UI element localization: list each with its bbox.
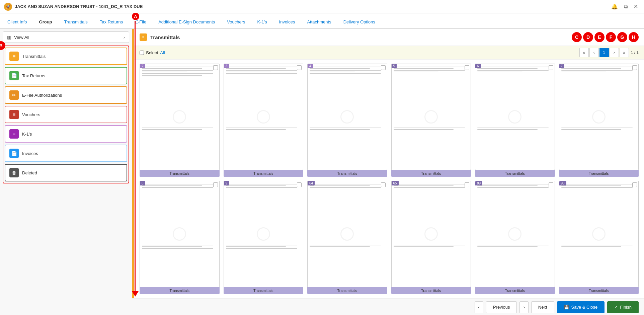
page-last-btn[interactable]: » [620,48,629,57]
page-prev-btn[interactable]: ‹ [589,48,599,57]
annotation-f[interactable]: F [606,32,616,42]
tab-delivery-options[interactable]: Delivery Options [337,16,381,29]
sidebar-item-efile[interactable]: ✏ E-File Authorizations [5,86,127,104]
vouchers-icon: ≡ [9,110,19,119]
tab-vouchers[interactable]: Vouchers [221,16,251,29]
doc-checkbox-2[interactable] [213,65,218,70]
doc-card-6[interactable]: 6 Transmittals [475,64,555,177]
doc-thumb-65: 65 [391,181,471,287]
doc-lines-3b [224,125,303,170]
save-close-btn[interactable]: 💾 Save & Close [557,301,605,313]
doc-lines-89 [475,181,555,226]
transmittals-section-title: Transmittals [150,34,572,40]
doc-label-7: Transmittals [559,170,639,177]
doc-card-4[interactable]: 4 Transmittals [307,64,387,177]
doc-checkbox-64[interactable] [381,182,386,187]
doc-stamp-8 [173,227,186,241]
app-icon: 🚀 [4,3,12,11]
sidebar-item-tax-returns[interactable]: 📄 Tax Returns [5,67,127,84]
doc-thumb-8: 8 [140,181,220,287]
finish-btn[interactable]: ✓ Finish [607,301,639,313]
close-icon[interactable]: ✕ [632,3,640,10]
doc-lines-2 [140,64,219,109]
doc-checkbox-89[interactable] [549,182,553,187]
doc-card-2[interactable]: 2 [140,64,220,177]
tax-returns-label: Tax Returns [22,73,45,78]
transmittals-section-icon: ≡ [140,33,147,41]
transmittals-section-header: ≡ Transmittals C D E F G H [134,29,644,46]
doc-card-65[interactable]: 65 Transmittals [391,181,471,294]
page-next-btn[interactable]: › [610,48,619,57]
sidebar-item-invoices[interactable]: 📄 Invoices [5,145,127,162]
nav-next-arrow-btn[interactable]: › [519,301,528,313]
doc-label-90: Transmittals [559,287,639,294]
doc-label-5: Transmittals [391,170,471,177]
doc-number-64: 64 [308,181,315,185]
deleted-icon: 🗑 [9,168,19,177]
doc-lines-65 [392,181,471,226]
invoices-icon: 📄 [9,149,19,158]
annotation-d[interactable]: D [583,32,593,42]
restore-icon[interactable]: ⧉ [622,3,630,10]
annotation-g[interactable]: G [617,32,627,42]
doc-card-5[interactable]: 5 Transmittals [391,64,471,177]
doc-number-2: 2 [140,64,145,68]
doc-checkbox-6[interactable] [549,65,553,70]
page-first-btn[interactable]: « [579,48,589,57]
view-all-button[interactable]: ▦ View All › [3,31,129,43]
doc-checkbox-5[interactable] [465,65,469,70]
tab-client-info[interactable]: Client Info [1,16,33,29]
sidebar-item-deleted[interactable]: 🗑 Deleted [5,164,127,181]
doc-card-89[interactable]: 89 Transmittals [475,181,555,294]
doc-stamp-5 [424,110,438,124]
chevron-right-icon: › [124,35,125,40]
sidebar-item-transmittals[interactable]: ≡ Transmittals [5,48,127,65]
tab-additional-esign[interactable]: Additional E-Sign Documents [152,16,221,29]
doc-card-7[interactable]: 7 Transmittals [559,64,639,177]
doc-card-8[interactable]: 8 Transmittals [140,181,220,294]
annotation-e[interactable]: E [594,32,605,42]
doc-card-64[interactable]: 64 Transmittals [307,181,387,294]
doc-checkbox-3[interactable] [297,65,302,70]
doc-lines-64b [308,242,387,287]
doc-card-9[interactable]: 9 Transmittals [224,181,304,294]
transmittals-select-all-link[interactable]: All [160,50,165,55]
doc-thumb-7: 7 [559,64,639,170]
doc-label-9: Transmittals [224,287,304,294]
tab-group[interactable]: Group [33,16,58,29]
tab-k1s[interactable]: K-1's [251,16,273,29]
doc-stamp-90 [592,227,606,241]
sidebar-item-vouchers[interactable]: ≡ Vouchers [5,106,127,123]
sidebar-item-k1s[interactable]: ≡ K-1's [5,125,127,143]
page-1-btn[interactable]: 1 [599,48,609,57]
transmittals-section-wrapper: ≡ Transmittals C D E F G H [132,29,644,298]
doc-card-90[interactable]: 90 Transmittals [559,181,639,294]
next-btn[interactable]: Next [531,301,554,313]
annotation-h[interactable]: H [629,32,639,42]
transmittals-select-all-checkbox[interactable] [140,51,144,55]
doc-lines-90b [559,242,639,287]
vouchers-label: Vouchers [22,112,40,117]
tab-transmittals[interactable]: Transmittals [58,16,94,29]
doc-checkbox-4[interactable] [381,65,386,70]
doc-checkbox-7[interactable] [632,65,637,70]
annotation-c[interactable]: C [572,32,582,42]
previous-btn[interactable]: Previous [486,301,517,313]
k1s-icon: ≡ [9,129,19,139]
doc-lines-64 [308,181,387,226]
tab-tax-returns[interactable]: Tax Returns [94,16,129,29]
tab-invoices[interactable]: Invoices [273,16,301,29]
doc-lines-7 [559,64,639,109]
doc-checkbox-8[interactable] [213,182,218,187]
transmittals-select-label: Select [146,50,158,55]
doc-thumb-3: 3 [224,64,304,170]
doc-checkbox-90[interactable] [632,182,637,187]
doc-number-3: 3 [224,64,229,68]
nav-prev-arrow-btn[interactable]: ‹ [475,301,483,313]
doc-card-3[interactable]: 3 Transmittals [224,64,304,177]
tab-attachments[interactable]: Attachments [301,16,337,29]
doc-checkbox-65[interactable] [465,182,469,187]
notification-icon[interactable]: 🔔 [609,3,620,10]
doc-checkbox-9[interactable] [297,182,302,187]
doc-stamp-89 [508,227,521,241]
